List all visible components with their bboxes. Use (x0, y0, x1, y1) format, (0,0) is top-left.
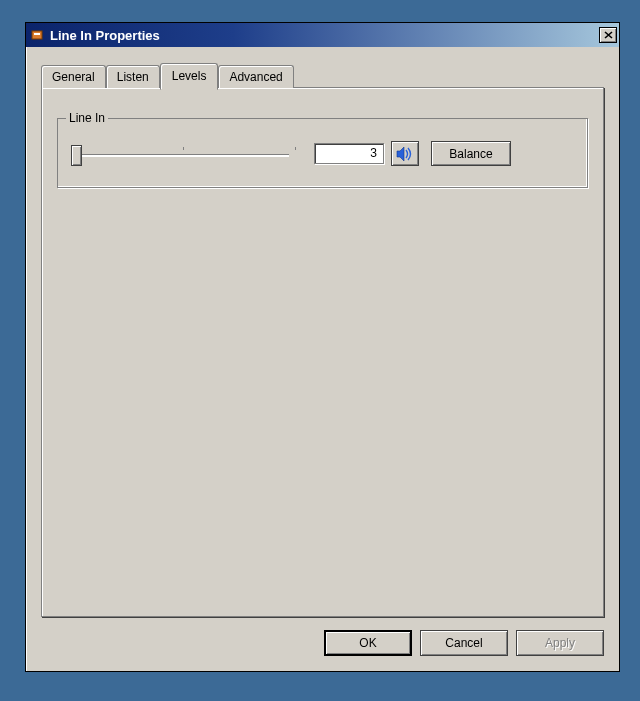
tab-area: General Listen Levels Advanced Line In 3 (41, 61, 604, 615)
speaker-icon (396, 146, 414, 162)
tabs-row: General Listen Levels Advanced (41, 61, 604, 87)
dialog-buttons: OK Cancel Apply (324, 630, 604, 656)
tab-general[interactable]: General (41, 65, 106, 88)
cancel-button[interactable]: Cancel (420, 630, 508, 656)
slider-thumb[interactable] (71, 145, 82, 166)
tab-listen[interactable]: Listen (106, 65, 160, 88)
apply-button: Apply (516, 630, 604, 656)
slider-track (76, 154, 289, 157)
group-label: Line In (66, 111, 108, 125)
balance-button[interactable]: Balance (431, 141, 511, 166)
titlebar[interactable]: Line In Properties (26, 23, 619, 47)
close-icon (604, 31, 613, 39)
ok-button[interactable]: OK (324, 630, 412, 656)
svg-rect-1 (34, 33, 40, 35)
volume-value[interactable]: 3 (314, 143, 384, 164)
tab-levels[interactable]: Levels (160, 63, 219, 90)
window-icon (30, 27, 46, 43)
tab-panel-levels: Line In 3 Balance (41, 87, 604, 617)
volume-slider[interactable] (70, 141, 295, 167)
window-title: Line In Properties (50, 28, 599, 43)
properties-window: Line In Properties General Listen Levels… (25, 22, 620, 672)
mute-button[interactable] (391, 141, 419, 166)
tab-advanced[interactable]: Advanced (218, 65, 293, 88)
close-button[interactable] (599, 27, 617, 43)
line-in-group: Line In 3 Balance (57, 118, 588, 188)
